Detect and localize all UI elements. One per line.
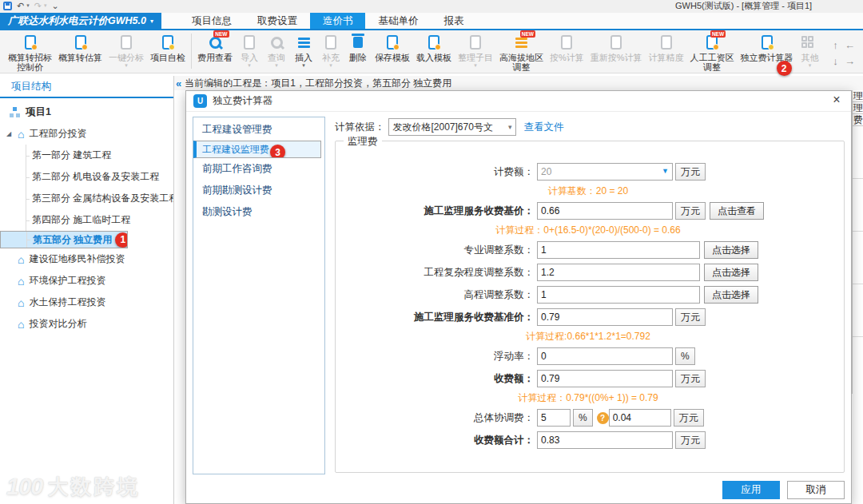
supervision-service-benchmark-price-input[interactable] [537,308,673,326]
delete-button[interactable]: 删除 [344,32,372,73]
tree-item-investment-comparison-label: 投资对比分析 [29,317,86,331]
overall-coordination-fee-percent-input[interactable] [537,409,571,427]
charge-amount-total [537,431,673,449]
independent-fee-calculator-button[interactable]: 独立费计算器2 [738,32,797,73]
supervision-service-base-price-pick-button[interactable]: 点击查看 [710,202,764,220]
overall-coordination-fee-amount-input[interactable] [609,409,671,427]
fee-view-button[interactable]: NEW费用查看 [194,32,236,73]
save-template-icon [387,33,398,52]
sidebar-header: 项目结构 [0,76,173,98]
collapse-sidebar-icon[interactable]: « [174,77,185,89]
close-icon[interactable]: × [829,93,845,107]
professional-adjust-factor-pick-button[interactable]: 点击选择 [704,241,758,259]
budget-to-estimate-button[interactable]: 概算转估算 [55,32,105,73]
house-icon: ⌂ [18,297,24,308]
move-left-icon[interactable]: ← [843,37,857,53]
customize-quick-access-icon[interactable]: ⌄ [51,1,58,10]
tab-reports[interactable]: 报表 [431,13,476,29]
fee-view-label: 费用查看 [197,53,233,62]
list-item-preliminary-survey-design-fee[interactable]: 前期勘测设计费 [193,180,324,201]
elevation-adjust-factor-input[interactable] [537,286,700,304]
tree-item-soil-water-conservation[interactable]: ⌂水土保持工程投资 [0,292,173,313]
dialog-title: 独立费计算器 [213,94,272,108]
save-icon[interactable] [3,2,12,10]
tab-fee-settings[interactable]: 取费设置 [245,13,310,29]
professional-adjust-factor-input[interactable] [537,241,700,259]
chevron-down-icon[interactable]: ▼ [662,168,669,175]
list-item-preliminary-consulting-fee[interactable]: 前期工作咨询费 [193,158,324,180]
new-badge: NEW [520,30,535,38]
charge-amount-row: 收费额：万元 [340,370,839,387]
complexity-adjust-factor-label: 工程复杂程度调整系数： [340,266,537,280]
group-title: 监理费 [344,135,382,149]
load-template-button[interactable]: 载入模板 [413,32,455,73]
breadcrumb: 当前编辑的工程是：项目1，工程部分投资，第五部分 独立费用 [185,77,451,90]
tree-item-environment-protection[interactable]: ⌂环境保护工程投资 [0,270,173,292]
calculator-icon: U [193,94,207,108]
tree-item-investment-comparison[interactable]: ⌂投资对比分析 [0,313,173,335]
fee-base-amount-input[interactable] [537,163,673,181]
elevation-adjust-factor-pick-button[interactable]: 点击选择 [704,286,758,304]
supervision-service-base-price-input[interactable] [537,202,673,220]
list-item-construction-supervision-fee[interactable]: 工程建设监理费3 [193,141,321,158]
cancel-button[interactable]: 取消 [787,481,845,499]
table-empty-row [853,126,863,179]
load-template-icon [428,33,439,52]
professional-adjust-factor-label: 专业调整系数： [340,244,537,257]
high-altitude-area-adjust-button[interactable]: NEW高海拔地区 调整 [496,32,547,73]
form-rows: 计费额：▼万元计算基数：20 = 20施工监理服务收费基价：万元点击查看计算过程… [340,163,839,449]
save-template-button[interactable]: 保存模板 [372,32,413,73]
table-cell-fragment: 理 [853,102,863,114]
calc-process-charge: 计算过程：0.79*((0%+ 1)) = 0.79 [416,391,760,404]
tab-project-info[interactable]: 项目信息 [179,13,245,29]
import-label: 导入 [241,53,258,62]
window-title: GWH5(测试版) - [概算管理 - 项目1] [675,0,812,12]
menu-tabs: 项目信息取费设置造价书基础单价报表 [179,13,477,29]
import-icon [244,33,255,52]
labor-wage-zone-adjust-button[interactable]: NEW人工工资区 调整 [687,32,738,73]
house-icon: ⌂ [18,254,24,265]
ribbon-separator [191,34,192,69]
app-menu-label: 广联达水利水电云计价GWH5.0 [8,14,146,28]
elevation-adjust-factor [537,286,700,304]
tab-pricing-book[interactable]: 造价书 [310,13,366,29]
move-down-icon[interactable]: ↓ [829,53,843,69]
tree-item-land-resettlement[interactable]: ⌂建设征地移民补偿投资 [0,248,173,270]
insert-button[interactable]: 插入▾ [290,32,317,73]
calc-basis-value: 发改价格[2007]670号文 [393,121,493,133]
tree-item-part1-construction[interactable]: 第一部分 建筑工程 [0,145,173,166]
project-self-check-button[interactable]: 项目自检 [147,32,189,73]
charge-amount-input[interactable] [537,370,673,387]
list-item-construction-management-fee-label: 工程建设管理费 [202,124,272,135]
tree-expand-icon[interactable]: ◢ [6,130,11,137]
tree-item-part5-independent-fee[interactable]: 第五部分 独立费用1 [0,231,128,248]
budget-to-bid-control-price-button[interactable]: 概算转招标 控制价 [5,32,55,73]
tab-project-structure[interactable]: 项目结构 [0,80,51,93]
list-item-preliminary-survey-design-fee-label: 前期勘测设计费 [202,185,272,196]
undo-icon[interactable]: ↶ [17,1,24,10]
list-item-construction-management-fee[interactable]: 工程建设管理费 [193,119,324,141]
float-rate-input[interactable] [537,347,673,365]
charge-amount-total-input[interactable] [537,431,673,449]
overall-coordination-fee-row: 总体协调费：%?万元 [340,409,839,427]
move-up-icon[interactable]: ↑ [829,37,843,53]
app-menu-button[interactable]: 广联达水利水电云计价GWH5.0 ▾ [0,13,161,29]
tree-item-engineering-investment[interactable]: ◢⌂工程部分投资 [0,123,173,145]
list-item-survey-design-fee[interactable]: 勘测设计费 [193,201,324,223]
fee-base-amount: ▼ [537,163,673,181]
apply-button[interactable]: 应用 [722,481,780,499]
complexity-adjust-factor-pick-button[interactable]: 点击选择 [704,264,758,281]
help-icon[interactable]: ? [597,412,609,424]
tab-base-unit-price[interactable]: 基础单价 [365,13,431,29]
project-icon [10,107,20,117]
tree-item-part3-metal-structure[interactable]: 第三部分 金属结构设备及安装工程 [0,188,173,209]
tree-item-project-1[interactable]: 项目1 [0,101,173,123]
tree-item-part2-mechanical[interactable]: 第二部分 机电设备及安装工程 [0,166,173,188]
calc-basis-select[interactable]: 发改价格[2007]670号文 ▾ [388,118,516,136]
move-right-icon[interactable]: → [843,53,857,69]
view-file-link[interactable]: 查看文件 [524,121,564,134]
complexity-adjust-factor-input[interactable] [537,264,700,281]
title-bar: ↶▾↷▾⌄ GWH5(测试版) - [概算管理 - 项目1] [0,0,863,13]
house-icon: ⌂ [18,319,24,330]
tree-item-part4-temporary-works[interactable]: 第四部分 施工临时工程 [0,209,173,231]
